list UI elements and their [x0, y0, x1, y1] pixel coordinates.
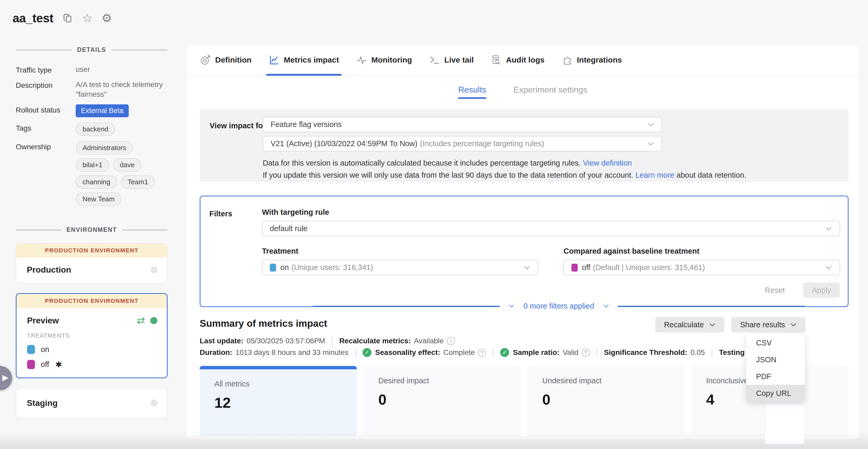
- sample-ratio-label: Sample ratio:: [513, 348, 559, 357]
- environment-status-dot: [151, 399, 158, 407]
- apply-button[interactable]: Apply: [803, 282, 840, 298]
- environment-status-dot: [151, 266, 158, 273]
- description-value: A/A test to check telemetry "fairness": [76, 80, 167, 99]
- view-definition-link[interactable]: View definition: [583, 159, 632, 167]
- share-results-menu: CSV JSON PDF Copy URL: [746, 334, 805, 402]
- ownership-chip[interactable]: bilal+1: [76, 158, 109, 172]
- tab-integrations[interactable]: Integrations: [562, 45, 622, 75]
- star-icon[interactable]: ☆: [82, 12, 92, 24]
- ownership-chip[interactable]: Administrators: [76, 141, 133, 155]
- chevron-down-icon: [709, 323, 715, 327]
- version-note: (Includes percentage targeting rules): [420, 139, 647, 148]
- sidebar-collapse-handle[interactable]: ▶: [0, 366, 12, 390]
- details-grid: Traffic type user Description A/A test t…: [16, 64, 167, 206]
- tab-label: Live tail: [444, 56, 474, 64]
- rollout-status-badge[interactable]: External Beta: [76, 104, 129, 117]
- chevron-down-icon: [508, 304, 515, 308]
- summary-title: Summary of metrics impact: [200, 318, 327, 329]
- baseline-treatment-select[interactable]: off (Default | Unique users: 315,461): [563, 260, 840, 275]
- ownership-chip[interactable]: dave: [113, 158, 141, 172]
- environment-card-staging[interactable]: Staging: [16, 388, 167, 419]
- tab-live-tail[interactable]: Live tail: [429, 45, 474, 75]
- seasonality-value: Complete: [443, 348, 475, 357]
- subtab-experiment-settings[interactable]: Experiment settings: [514, 85, 587, 95]
- share-menu-item-json[interactable]: JSON: [746, 351, 805, 368]
- copy-icon[interactable]: [62, 12, 73, 24]
- environment-section-header: ENVIRONMENT: [16, 226, 167, 234]
- chevron-down-icon: [647, 142, 654, 146]
- subtab-bar: Results Experiment settings: [187, 78, 859, 101]
- targeting-rule-select[interactable]: default rule: [262, 221, 840, 236]
- swap-arrows-icon: ⇄: [136, 316, 145, 325]
- treatment-value: on: [280, 263, 289, 272]
- view-impact-label: View impact for: [210, 121, 266, 130]
- tab-definition[interactable]: Definition: [200, 45, 251, 75]
- traffic-type-value: user: [76, 64, 167, 74]
- treatment-select[interactable]: on (Unique users: 316,341): [262, 260, 538, 275]
- page-title: aa_test: [12, 11, 53, 25]
- version-type-value: Feature flag versions: [271, 120, 647, 129]
- ownership-chips: Administrators bilal+1 dave channing Tea…: [76, 141, 167, 206]
- target-icon: [200, 55, 211, 65]
- stat-card-value: 0: [542, 391, 685, 408]
- chevron-down-icon: [825, 227, 832, 231]
- stat-card-undesired-impact[interactable]: Undesired impact 0: [528, 366, 685, 437]
- tab-metrics-impact[interactable]: Metrics impact: [269, 45, 339, 75]
- duration-value: 1013 days 8 hours and 33 minutes: [236, 348, 348, 357]
- learn-more-link[interactable]: Learn more: [636, 171, 674, 179]
- stat-card-all-metrics[interactable]: All metrics 12: [200, 366, 357, 437]
- ownership-label: Ownership: [16, 141, 76, 151]
- treatment-detail: (Unique users: 316,341): [291, 263, 524, 272]
- more-filters-toggle[interactable]: 0 more filters applied: [500, 302, 618, 310]
- details-section-title: DETAILS: [77, 46, 106, 53]
- seasonality-label: Seasonality effect:: [375, 348, 440, 357]
- chevron-down-icon: [790, 323, 797, 327]
- treatment-label: Treatment: [262, 247, 538, 256]
- share-menu-extension: [765, 404, 804, 444]
- ownership-chip[interactable]: channing: [76, 175, 117, 189]
- stat-card-value: 12: [214, 394, 357, 411]
- share-menu-item-pdf[interactable]: PDF: [746, 368, 805, 385]
- share-menu-item-csv[interactable]: CSV: [746, 334, 805, 351]
- info-icon[interactable]: i: [447, 337, 455, 345]
- tag-chip[interactable]: backend: [76, 122, 115, 136]
- reset-button[interactable]: Reset: [765, 286, 785, 295]
- question-icon[interactable]: ?: [478, 349, 486, 357]
- chevron-down-icon: [825, 266, 832, 270]
- recalculate-button-label: Recalculate: [664, 321, 704, 329]
- check-icon: ✓: [500, 348, 509, 357]
- version-helper-text: Data for this version is automatically c…: [263, 159, 581, 167]
- tab-audit-logs[interactable]: Audit logs: [491, 45, 545, 75]
- document-search-icon: [491, 55, 501, 65]
- stat-card-desired-impact[interactable]: Desired impact 0: [364, 366, 521, 437]
- collapse-arrow-icon: ▶: [2, 373, 8, 382]
- significance-threshold-label: Significance Threshold:: [604, 348, 687, 357]
- environment-card-production[interactable]: PRODUCTION ENVIRONMENT Production: [16, 243, 167, 283]
- environment-section-title: ENVIRONMENT: [66, 226, 117, 234]
- environment-card-preview[interactable]: PRODUCTION ENVIRONMENT Preview ⇄ TREATME…: [16, 293, 167, 378]
- duration-label: Duration:: [200, 348, 232, 357]
- question-icon[interactable]: ?: [582, 349, 590, 357]
- version-select[interactable]: V21 (Active) (10/03/2022 04:59PM To Now)…: [263, 136, 662, 151]
- treatment-on-swatch: [270, 264, 276, 272]
- targeting-rule-label: With targeting rule: [262, 208, 840, 217]
- more-filters-label: 0 more filters applied: [523, 302, 594, 310]
- subtab-results[interactable]: Results: [458, 85, 486, 95]
- ownership-chip[interactable]: New Team: [76, 192, 121, 206]
- production-environment-banner: PRODUCTION ENVIRONMENT: [16, 243, 167, 258]
- recalc-metrics-value: Available: [414, 337, 444, 345]
- tab-monitoring[interactable]: Monitoring: [356, 45, 412, 75]
- share-results-button[interactable]: Share results: [731, 317, 805, 333]
- retention-helper-text: If you update this version we will only …: [263, 171, 633, 179]
- share-menu-item-copy-url[interactable]: Copy URL: [746, 385, 805, 402]
- version-type-select[interactable]: Feature flag versions: [263, 117, 662, 132]
- view-impact-section: View impact for Feature flag versions V2…: [200, 109, 848, 182]
- targeting-rule-value: default rule: [270, 224, 825, 233]
- puzzle-icon: [562, 55, 572, 65]
- gear-icon[interactable]: ⚙: [102, 12, 112, 24]
- recalculate-button[interactable]: Recalculate: [655, 317, 724, 333]
- ownership-chip[interactable]: Team1: [121, 175, 155, 189]
- filters-title: Filters: [209, 210, 232, 218]
- version-value: V21 (Active) (10/03/2022 04:59PM To Now): [271, 139, 417, 148]
- treatment-row-off: off ✱: [27, 360, 157, 369]
